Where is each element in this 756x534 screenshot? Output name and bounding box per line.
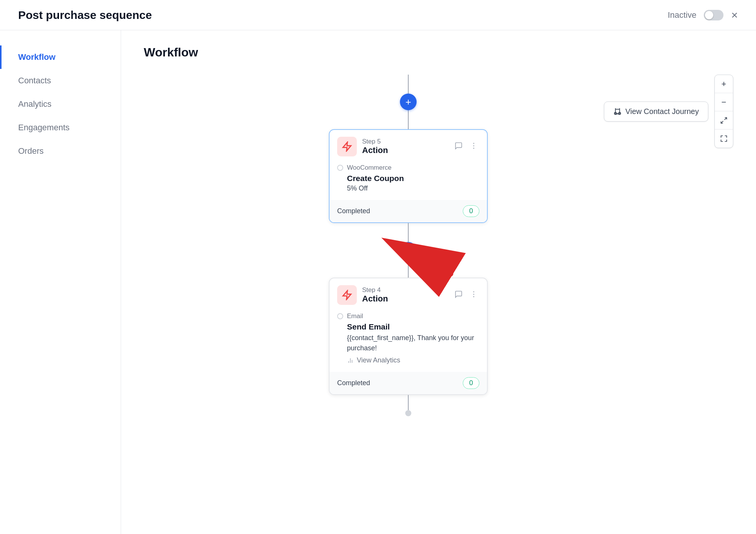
connector-mid1 <box>408 110 409 129</box>
step4-action-subtitle: {{contact_first_name}}, Thank you for yo… <box>347 333 479 353</box>
card-source-step5: WooCommerce <box>337 164 479 172</box>
source-label-step4: Email <box>347 312 363 320</box>
fullscreen-icon <box>720 135 728 142</box>
status-toggle[interactable] <box>704 10 723 20</box>
toggle-knob <box>705 11 713 19</box>
source-circle-step4 <box>337 313 343 319</box>
card-icon-step4 <box>337 285 357 305</box>
connector-mid3 <box>408 259 409 278</box>
zoom-out-button[interactable]: − <box>715 93 733 111</box>
card-footer-step5: Completed 0 <box>330 200 487 222</box>
card-body-step4: Email Send Email {{contact_first_name}},… <box>330 309 487 372</box>
close-button[interactable]: × <box>731 9 738 21</box>
comment-button-step5[interactable] <box>453 140 464 153</box>
analytics-icon <box>347 357 354 364</box>
svg-line-4 <box>721 121 723 123</box>
card-footer-step4: Completed 0 <box>330 372 487 394</box>
main-layout: Workflow Contacts Analytics Engagements … <box>0 30 756 534</box>
svg-marker-9 <box>343 290 351 299</box>
status-label: Inactive <box>668 10 697 20</box>
add-step-button-top[interactable]: + <box>400 94 417 110</box>
svg-marker-5 <box>343 142 351 151</box>
add-step-button-middle[interactable]: + <box>400 242 417 259</box>
view-analytics-link[interactable]: View Analytics <box>347 356 479 364</box>
content-area: Workflow View Contact Journey + − <box>121 30 756 534</box>
step5-footer-status: Completed <box>337 207 370 215</box>
card-actions-step5 <box>453 140 479 153</box>
more-icon-step5 <box>470 142 478 150</box>
sidebar-item-analytics[interactable]: Analytics <box>0 92 121 116</box>
content-title: Workflow <box>144 45 198 59</box>
sidebar-item-engagements[interactable]: Engagements <box>0 116 121 139</box>
connector-mid2 <box>408 223 409 242</box>
step5-footer-badge: 0 <box>463 205 479 217</box>
source-circle-step5 <box>337 165 343 171</box>
sidebar-item-contacts[interactable]: Contacts <box>0 69 121 92</box>
canvas-toolbar: View Contact Journey + − <box>604 75 733 148</box>
end-node <box>405 410 411 416</box>
comment-icon-step5 <box>454 142 463 150</box>
step5-action-subtitle: 5% Off <box>347 184 479 192</box>
step4-footer-status: Completed <box>337 379 370 387</box>
header-controls: Inactive × <box>668 9 738 21</box>
zoom-controls: + − <box>714 75 733 148</box>
step4-label: Step 4 <box>362 286 448 294</box>
card-source-step4: Email <box>337 312 479 320</box>
connector-bottom <box>408 395 409 410</box>
bolt-icon-step5 <box>342 141 352 152</box>
sidebar: Workflow Contacts Analytics Engagements … <box>0 30 121 534</box>
source-label-step5: WooCommerce <box>347 164 392 172</box>
connector-top <box>408 75 409 94</box>
workflow-card-step4: Step 4 Action <box>329 278 488 395</box>
step5-type: Action <box>362 145 448 155</box>
step5-label: Step 5 <box>362 138 448 145</box>
step4-footer-badge: 0 <box>463 377 479 389</box>
card-meta-step4: Step 4 Action <box>362 286 448 304</box>
svg-point-6 <box>473 143 474 144</box>
card-body-step5: WooCommerce Create Coupon 5% Off <box>330 161 487 200</box>
comment-icon-step4 <box>454 290 463 298</box>
view-contact-journey-button[interactable]: View Contact Journey <box>604 101 708 122</box>
sidebar-item-workflow[interactable]: Workflow <box>0 45 121 69</box>
svg-point-12 <box>473 296 474 297</box>
sidebar-item-orders[interactable]: Orders <box>0 139 121 163</box>
card-icon-step5 <box>337 137 357 156</box>
workflow-flow: + Step 5 Action <box>329 75 488 416</box>
card-meta-step5: Step 5 Action <box>362 138 448 155</box>
workflow-card-step5: Step 5 Action <box>329 129 488 223</box>
svg-point-10 <box>473 291 474 292</box>
card-header-step5: Step 5 Action <box>330 130 487 161</box>
fit-screen-button[interactable] <box>715 111 733 130</box>
step4-type: Action <box>362 294 448 304</box>
svg-point-8 <box>473 148 474 149</box>
app-header: Post purchase sequence Inactive × <box>0 0 756 30</box>
bolt-icon-step4 <box>342 290 352 300</box>
comment-button-step4[interactable] <box>453 289 464 302</box>
more-icon-step4 <box>470 290 478 298</box>
step5-action-title: Create Coupon <box>347 174 479 183</box>
step4-action-title: Send Email <box>347 322 479 331</box>
content-header: Workflow <box>121 30 756 67</box>
svg-point-7 <box>473 145 474 146</box>
more-button-step5[interactable] <box>468 140 479 153</box>
fullscreen-button[interactable] <box>715 130 733 148</box>
svg-line-3 <box>725 117 727 120</box>
zoom-in-button[interactable]: + <box>715 75 733 93</box>
card-actions-step4 <box>453 289 479 302</box>
card-header-step4: Step 4 Action <box>330 278 487 309</box>
svg-point-11 <box>473 294 474 295</box>
fork-icon <box>613 107 622 116</box>
more-button-step4[interactable] <box>468 289 479 302</box>
page-title: Post purchase sequence <box>18 9 152 22</box>
workflow-canvas: View Contact Journey + − <box>121 67 756 533</box>
fit-icon <box>720 117 728 124</box>
